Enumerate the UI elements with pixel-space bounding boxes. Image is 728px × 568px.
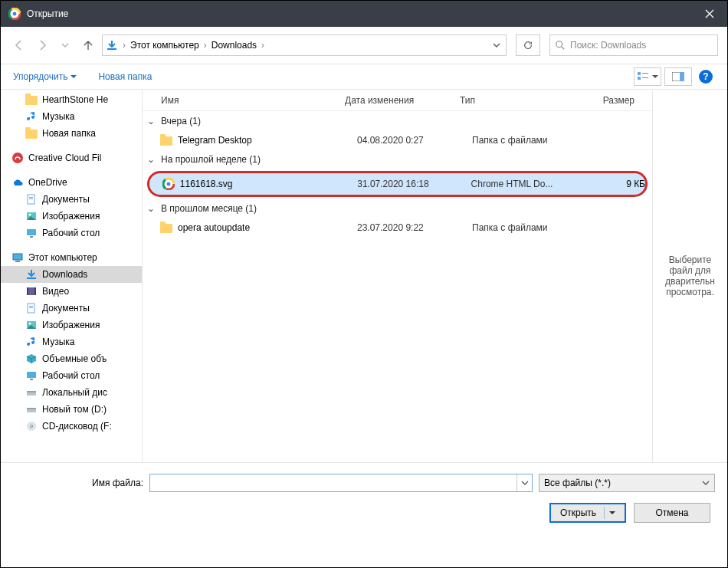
group-header[interactable]: ⌄Вчера (1): [143, 111, 652, 131]
svg-rect-20: [27, 229, 36, 235]
desktop-icon: [25, 369, 38, 382]
command-bar: Упорядочить Новая папка ?: [1, 64, 727, 90]
col-type[interactable]: Тип: [455, 95, 570, 106]
svg-rect-6: [107, 48, 116, 50]
cancel-button[interactable]: Отмена: [634, 503, 710, 523]
downloads-icon: [25, 268, 38, 281]
title-bar[interactable]: Открытие: [1, 1, 727, 27]
chevron-right-icon: ›: [261, 40, 264, 51]
documents-icon: [25, 302, 38, 314]
tree-item[interactable]: Музыка: [1, 333, 142, 350]
file-row-selected[interactable]: 1161618.svg 31.07.2020 16:18 Chrome HTML…: [147, 171, 648, 197]
svg-rect-21: [30, 236, 33, 238]
chevron-down-icon: [702, 479, 710, 487]
svg-rect-9: [638, 77, 641, 80]
svg-rect-22: [13, 254, 22, 260]
svg-rect-30: [29, 307, 33, 308]
drive-icon: [25, 403, 38, 415]
svg-rect-33: [27, 372, 36, 378]
close-button[interactable]: [692, 1, 727, 27]
tree-item[interactable]: Рабочий стол: [1, 225, 142, 241]
tree-item[interactable]: Новый том (D:): [1, 401, 142, 418]
new-folder-button[interactable]: Новая папка: [93, 68, 156, 85]
refresh-button[interactable]: [516, 34, 540, 56]
split-chevron-icon[interactable]: [604, 507, 615, 519]
documents-icon: [25, 193, 38, 205]
filename-combo[interactable]: [149, 474, 533, 492]
tree-item-thispc[interactable]: Этот компьютер: [1, 249, 142, 266]
tree-item[interactable]: Объемные объ: [1, 350, 142, 367]
tree-item[interactable]: Документы: [1, 191, 142, 208]
tree-item[interactable]: Изображения: [1, 317, 142, 333]
svg-rect-29: [29, 306, 33, 307]
col-name[interactable]: Имя: [156, 95, 340, 106]
file-row[interactable]: opera autoupdate 23.07.2020 9:22 Папка с…: [143, 218, 652, 237]
thispc-icon: [11, 251, 24, 264]
tree-item[interactable]: HearthStone He: [1, 91, 142, 108]
pictures-icon: [25, 319, 38, 331]
desktop-icon: [25, 227, 38, 239]
folder-icon: [25, 96, 38, 105]
downloads-icon: [106, 39, 118, 51]
filename-dropdown[interactable]: [516, 474, 532, 491]
search-box[interactable]: [549, 34, 718, 56]
tree-item[interactable]: Новая папка: [1, 125, 142, 142]
tree-item[interactable]: Документы: [1, 300, 142, 317]
tree-item[interactable]: Музыка: [1, 108, 142, 125]
tree-item[interactable]: Рабочий стол: [1, 367, 142, 384]
filetype-filter[interactable]: Все файлы (*.*): [539, 474, 715, 492]
navigation-tree[interactable]: HearthStone He Музыка Новая папка Creati…: [1, 90, 143, 462]
filename-input[interactable]: [150, 474, 516, 491]
breadcrumb-segment[interactable]: Этот компьютер: [130, 40, 199, 51]
tree-item-cc[interactable]: Creative Cloud Fil: [1, 149, 142, 166]
svg-rect-13: [680, 72, 684, 81]
open-button[interactable]: Открыть: [549, 503, 626, 523]
preview-pane-button[interactable]: [664, 67, 692, 86]
tree-item[interactable]: CD-дисковод (F:: [1, 418, 142, 435]
up-button[interactable]: [79, 36, 97, 54]
preview-text: Выберите файл для дварительн просмотра.: [656, 254, 724, 297]
cd-icon: [25, 420, 38, 432]
search-icon: [555, 40, 566, 51]
folder-icon: [159, 134, 173, 146]
creative-cloud-icon: [11, 152, 24, 164]
file-row[interactable]: Telegram Desktop 04.08.2020 0:27 Папка с…: [143, 131, 652, 149]
tree-item[interactable]: Изображения: [1, 208, 142, 225]
tree-item-onedrive[interactable]: OneDrive: [1, 174, 142, 191]
view-mode-button[interactable]: [634, 67, 661, 86]
videos-icon: [25, 285, 38, 297]
preview-pane: Выберите файл для дварительн просмотра.: [652, 90, 727, 462]
svg-rect-24: [27, 277, 36, 279]
breadcrumb-segment[interactable]: Downloads: [212, 40, 257, 51]
tree-item[interactable]: Видео: [1, 283, 142, 300]
back-button[interactable]: [10, 36, 28, 54]
group-header[interactable]: ⌄На прошлой неделе (1): [143, 149, 652, 169]
music-icon: [25, 110, 38, 123]
svg-point-40: [31, 425, 33, 428]
col-date[interactable]: Дата изменения: [340, 95, 455, 106]
tree-item-downloads[interactable]: Downloads: [1, 266, 142, 283]
address-bar[interactable]: › Этот компьютер › Downloads ›: [102, 34, 507, 56]
col-size[interactable]: Размер: [570, 95, 639, 106]
3d-icon: [25, 353, 38, 365]
svg-rect-34: [30, 379, 33, 380]
group-header[interactable]: ⌄В прошлом месяце (1): [143, 199, 652, 218]
svg-rect-36: [27, 391, 36, 392]
filename-label: Имя файла:: [13, 478, 143, 488]
chevron-down-icon: ⌄: [147, 116, 158, 126]
chevron-right-icon: ›: [204, 40, 207, 51]
organize-button[interactable]: Упорядочить: [8, 68, 81, 85]
help-button[interactable]: ?: [692, 67, 720, 86]
tree-item[interactable]: Локальный дис: [1, 384, 142, 401]
chrome-icon: [8, 8, 21, 20]
svg-rect-26: [27, 287, 28, 295]
pictures-icon: [25, 210, 38, 222]
svg-point-19: [29, 214, 31, 216]
forward-button[interactable]: [33, 36, 51, 54]
recent-dropdown[interactable]: [56, 36, 74, 54]
svg-rect-10: [642, 73, 648, 74]
column-headers: Имя Дата изменения Тип Размер: [143, 90, 652, 111]
search-input[interactable]: [570, 40, 713, 51]
chevron-down-icon: ⌄: [147, 154, 158, 165]
address-dropdown[interactable]: [490, 41, 503, 49]
